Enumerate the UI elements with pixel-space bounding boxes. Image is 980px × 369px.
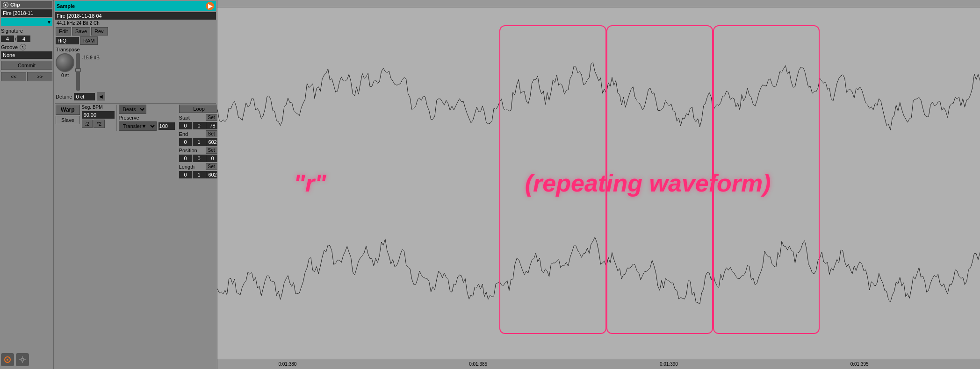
preserve-row: Preserve: [119, 115, 175, 121]
groove-row: Groove ↻: [1, 44, 52, 50]
length-label: Length: [179, 164, 205, 170]
nav-prev-button[interactable]: <<: [1, 72, 26, 81]
markers-section: Loop Start Set End Set: [177, 105, 219, 178]
position-nums: [179, 155, 219, 162]
sig-denominator[interactable]: [17, 35, 30, 42]
end-nums: [179, 138, 219, 146]
clip-color-bar[interactable]: ▼: [1, 18, 52, 26]
bottom-icons: [1, 351, 52, 368]
pitch-slider[interactable]: [76, 53, 80, 91]
position-set-button[interactable]: Set: [206, 147, 217, 154]
transpose-label: Transpose: [55, 47, 216, 52]
double-tempo-button[interactable]: *2: [94, 120, 105, 128]
mult-btns: :2 *2: [82, 120, 115, 128]
preserve-label: Preserve: [119, 115, 139, 121]
beats-row: Beats: [119, 105, 175, 114]
svg-point-2: [21, 358, 24, 361]
clip-panel: ● Clip ▼ Signature / Groove ↻ Commit << …: [0, 0, 54, 369]
len-num-1[interactable]: [179, 171, 192, 178]
detune-label: Detune: [56, 94, 72, 99]
beats-section: Beats Preserve Transier▼: [116, 105, 175, 131]
sample-panel: Sample ▶ Fire [2018-11-18 04 44.1 kHz 24…: [54, 0, 217, 369]
settings-icon[interactable]: [16, 353, 29, 366]
warp-left: Warp Slave: [56, 105, 80, 124]
sample-title: Sample: [57, 3, 75, 9]
signature-label: Signature: [1, 28, 23, 34]
timeline-tick-2: 0:01:385: [469, 362, 487, 367]
half-tempo-button[interactable]: :2: [82, 120, 93, 128]
chevron-down-icon: ▼: [47, 20, 51, 25]
length-set-button[interactable]: Set: [206, 163, 217, 170]
waveform-canvas: [217, 7, 980, 359]
sample-header: Sample ▶: [55, 1, 216, 11]
transient-row: Transier▼: [119, 121, 175, 131]
signature-inputs: /: [1, 35, 52, 42]
signature-row: Signature: [1, 28, 52, 34]
detune-down-button[interactable]: ◀: [97, 92, 105, 100]
preserve-val-input[interactable]: [159, 122, 175, 130]
loop-button[interactable]: Loop: [179, 105, 219, 113]
warp-section: Warp Slave Seg. BPM :2 *2 Beats Preserve: [55, 103, 216, 179]
seg-bpm-label: Seg. BPM: [82, 105, 115, 110]
waveform-canvas-area[interactable]: "r" (repeating waveform): [217, 7, 980, 359]
start-label: Start: [179, 115, 205, 121]
waveform-area[interactable]: "r" (repeating waveform) 0:01:380 0:01:3…: [217, 0, 980, 369]
sig-numerator[interactable]: [1, 35, 14, 42]
position-row: Position Set: [179, 147, 219, 154]
rev-button[interactable]: Rev.: [91, 27, 108, 35]
nav-next-button[interactable]: >>: [27, 72, 52, 81]
timeline-tick-1: 0:01:380: [278, 362, 296, 367]
knob-value: 0 st: [61, 73, 69, 78]
clip-title: Clip: [10, 2, 20, 7]
start-row: Start Set: [179, 114, 219, 121]
pos-num-1[interactable]: [179, 155, 192, 162]
save-button[interactable]: Save: [72, 27, 90, 35]
len-num-2[interactable]: [193, 171, 206, 178]
start-set-button[interactable]: Set: [206, 114, 217, 121]
clip-name-input[interactable]: [1, 9, 52, 17]
warp-button[interactable]: Warp: [56, 105, 80, 115]
sample-info-row: 44.1 kHz 24 Bit 2 Ch: [55, 20, 216, 26]
sample-btns-row: Edit Save Rev.: [55, 27, 216, 35]
end-num-1[interactable]: [179, 138, 192, 146]
sample-info: 44.1 kHz 24 Bit 2 Ch: [57, 21, 100, 26]
quality-input[interactable]: [56, 37, 79, 44]
detune-row: Detune ◀: [55, 92, 216, 100]
svg-point-1: [7, 359, 8, 361]
timeline-tick-4: 0:01:395: [850, 362, 869, 367]
groove-icon[interactable]: ↻: [20, 44, 26, 50]
ram-button[interactable]: RAM: [80, 36, 98, 45]
edit-button[interactable]: Edit: [56, 27, 71, 35]
knob-area: 0 st: [56, 53, 74, 78]
sample-file-row: Fire [2018-11-18 04: [55, 12, 216, 20]
end-num-2[interactable]: [193, 138, 206, 146]
timeline-tick-3: 0:01:390: [660, 362, 678, 367]
position-label: Position: [179, 148, 205, 153]
midi-icon[interactable]: [1, 353, 14, 366]
detune-input[interactable]: [74, 93, 95, 100]
beats-select[interactable]: Beats: [119, 105, 146, 114]
sample-filename: Fire [2018-11-18 04: [57, 13, 102, 19]
pos-num-2[interactable]: [193, 155, 206, 162]
commit-button[interactable]: Commit: [1, 61, 52, 70]
start-nums: [179, 122, 219, 129]
timeline-bar: 0:01:380 0:01:385 0:01:390 0:01:395: [217, 359, 980, 369]
groove-input[interactable]: [1, 51, 52, 59]
waveform-top-bar: [217, 0, 980, 7]
slave-button[interactable]: Slave: [56, 116, 80, 124]
sample-quality-row: RAM: [55, 36, 216, 45]
start-num-1[interactable]: [179, 122, 192, 129]
clip-header: ● Clip: [1, 1, 52, 8]
start-num-2[interactable]: [193, 122, 206, 129]
transpose-knob[interactable]: [56, 53, 74, 72]
db-label: -15.9 dB: [82, 55, 100, 60]
seg-bpm-area: Seg. BPM :2 *2: [82, 105, 115, 128]
length-row: Length Set: [179, 163, 219, 170]
end-label: End: [179, 131, 205, 137]
transient-select[interactable]: Transier▼: [119, 121, 157, 131]
end-row: End Set: [179, 130, 219, 137]
sig-slash: /: [15, 36, 16, 42]
sample-arrow-icon[interactable]: ▶: [206, 2, 214, 10]
end-set-button[interactable]: Set: [206, 130, 217, 137]
seg-bpm-input[interactable]: [82, 111, 115, 119]
